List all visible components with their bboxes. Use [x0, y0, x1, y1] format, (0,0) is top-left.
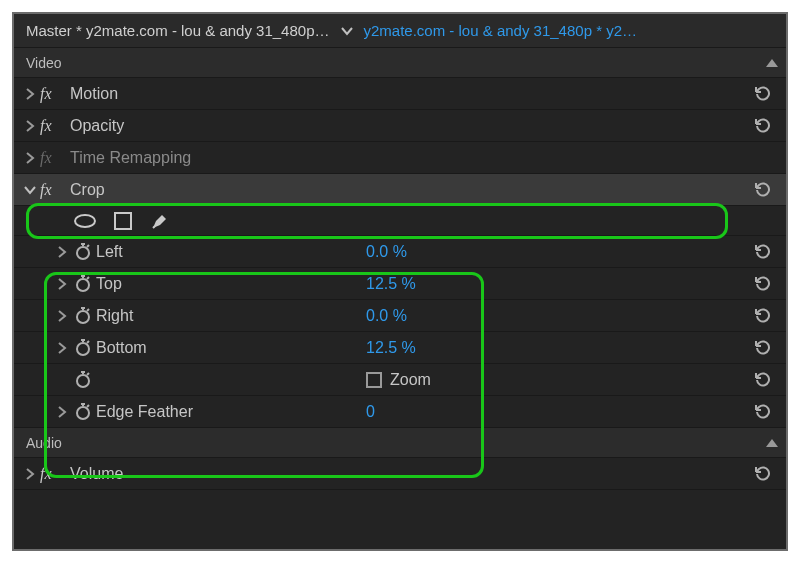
crop-top-row: Top 12.5 % — [14, 268, 786, 300]
crop-right-label: Right — [96, 307, 366, 325]
fx-icon: fx — [38, 465, 66, 483]
chevron-right-icon[interactable] — [54, 310, 70, 322]
effect-motion-label: Motion — [66, 85, 118, 103]
effect-opacity[interactable]: fx Opacity — [14, 110, 786, 142]
crop-left-label: Left — [96, 243, 366, 261]
stopwatch-icon[interactable] — [70, 307, 96, 325]
reset-button[interactable] — [748, 82, 778, 106]
effect-time-remapping-label: Time Remapping — [66, 149, 191, 167]
fx-icon: fx — [38, 181, 66, 199]
chevron-down-icon[interactable] — [22, 185, 38, 195]
crop-zoom-label: Zoom — [390, 371, 431, 389]
crop-right-row: Right 0.0 % — [14, 300, 786, 332]
mask-tools — [14, 206, 786, 236]
reset-button[interactable] — [748, 178, 778, 202]
tab-master[interactable]: Master * y2mate.com - lou & andy 31_480p… — [26, 22, 330, 39]
reset-button[interactable] — [748, 400, 778, 424]
zoom-checkbox[interactable] — [366, 372, 382, 388]
svg-point-5 — [77, 407, 89, 419]
crop-bottom-value[interactable]: 12.5 % — [366, 339, 416, 357]
svg-point-4 — [77, 375, 89, 387]
effect-time-remapping[interactable]: fx Time Remapping — [14, 142, 786, 174]
mask-pen-icon[interactable] — [150, 211, 170, 231]
chevron-right-icon[interactable] — [22, 120, 38, 132]
section-video-label: Video — [26, 55, 62, 71]
svg-point-2 — [77, 311, 89, 323]
crop-top-value[interactable]: 12.5 % — [366, 275, 416, 293]
reset-button[interactable] — [748, 240, 778, 264]
svg-point-3 — [77, 343, 89, 355]
fx-icon: fx — [38, 149, 66, 167]
fx-icon: fx — [38, 85, 66, 103]
reset-button[interactable] — [748, 336, 778, 360]
tab-bar: Master * y2mate.com - lou & andy 31_480p… — [14, 14, 786, 48]
section-audio-label: Audio — [26, 435, 62, 451]
reset-button[interactable] — [748, 368, 778, 392]
effect-crop[interactable]: fx Crop — [14, 174, 786, 206]
reset-button[interactable] — [748, 304, 778, 328]
crop-edge-feather-value[interactable]: 0 — [366, 403, 375, 421]
chevron-right-icon[interactable] — [22, 468, 38, 480]
crop-top-label: Top — [96, 275, 366, 293]
crop-left-row: Left 0.0 % — [14, 236, 786, 268]
chevron-right-icon[interactable] — [54, 406, 70, 418]
section-video[interactable]: Video — [14, 48, 786, 78]
effect-crop-label: Crop — [66, 181, 105, 199]
effect-controls-panel: Master * y2mate.com - lou & andy 31_480p… — [12, 12, 788, 551]
mask-rectangle-icon[interactable] — [114, 212, 132, 230]
stopwatch-icon[interactable] — [70, 371, 96, 389]
chevron-right-icon[interactable] — [54, 342, 70, 354]
crop-bottom-label: Bottom — [96, 339, 366, 357]
collapse-icon[interactable] — [766, 59, 778, 67]
reset-button[interactable] — [748, 114, 778, 138]
effect-volume[interactable]: fx Volume — [14, 458, 786, 490]
stopwatch-icon[interactable] — [70, 403, 96, 421]
effect-volume-label: Volume — [66, 465, 123, 483]
effect-opacity-label: Opacity — [66, 117, 124, 135]
crop-right-value[interactable]: 0.0 % — [366, 307, 407, 325]
effect-motion[interactable]: fx Motion — [14, 78, 786, 110]
crop-left-value[interactable]: 0.0 % — [366, 243, 407, 261]
svg-point-1 — [77, 279, 89, 291]
chevron-right-icon[interactable] — [22, 152, 38, 164]
mask-ellipse-icon[interactable] — [74, 214, 96, 228]
chevron-right-icon[interactable] — [54, 278, 70, 290]
fx-icon: fx — [38, 117, 66, 135]
svg-point-0 — [77, 247, 89, 259]
tab-active-clip[interactable]: y2mate.com - lou & andy 31_480p * y2… — [364, 22, 638, 39]
crop-zoom-row: Zoom — [14, 364, 786, 396]
crop-edge-feather-row: Edge Feather 0 — [14, 396, 786, 428]
reset-button[interactable] — [748, 272, 778, 296]
reset-button[interactable] — [748, 462, 778, 486]
chevron-right-icon[interactable] — [22, 88, 38, 100]
stopwatch-icon[interactable] — [70, 275, 96, 293]
crop-edge-feather-label: Edge Feather — [96, 403, 366, 421]
stopwatch-icon[interactable] — [70, 339, 96, 357]
crop-bottom-row: Bottom 12.5 % — [14, 332, 786, 364]
stopwatch-icon[interactable] — [70, 243, 96, 261]
collapse-icon[interactable] — [766, 439, 778, 447]
chevron-down-icon[interactable] — [340, 24, 354, 38]
section-audio[interactable]: Audio — [14, 428, 786, 458]
chevron-right-icon[interactable] — [54, 246, 70, 258]
